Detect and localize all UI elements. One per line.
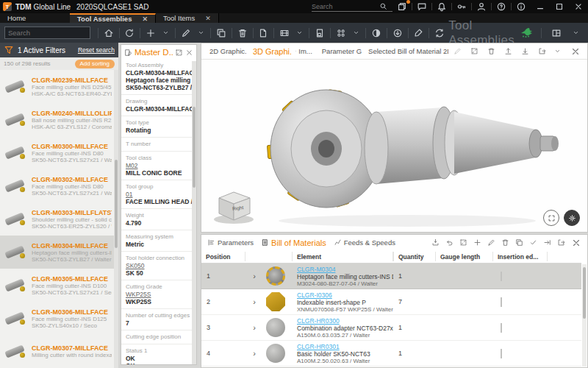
user-icon[interactable] bbox=[472, 0, 491, 13]
chevron-down-icon[interactable] bbox=[292, 23, 307, 43]
move-right-icon[interactable] bbox=[540, 238, 553, 247]
chevron-down-icon[interactable] bbox=[158, 23, 173, 43]
3d-viewport[interactable]: Right bbox=[201, 60, 587, 232]
expand-row-icon[interactable]: › bbox=[245, 323, 263, 332]
upload-icon[interactable] bbox=[501, 47, 516, 55]
column-header[interactable]: Quantity bbox=[393, 252, 436, 261]
tab-images[interactable]: Im... bbox=[293, 47, 315, 55]
tab-parameters[interactable]: Parameters bbox=[205, 238, 256, 247]
view-cube[interactable]: Right bbox=[212, 189, 260, 226]
info-icon[interactable] bbox=[512, 0, 531, 13]
tab-bill-of-materials[interactable]: Bill of Materials bbox=[259, 238, 329, 247]
close-icon[interactable] bbox=[568, 238, 584, 248]
insertion-checkbox[interactable] bbox=[501, 323, 502, 333]
close-icon[interactable] bbox=[185, 49, 193, 57]
field[interactable]: Cutting edge position bbox=[121, 330, 196, 344]
tool-id-link[interactable]: CLGR-M0307-MILLFACE bbox=[32, 344, 112, 352]
list-item[interactable]: CLGR-M0307-MILLFACEMilling cutter with r… bbox=[0, 335, 114, 368]
field-link[interactable]: WKP25S bbox=[126, 291, 192, 298]
element-id-link[interactable]: CLGR-I0306 bbox=[297, 291, 393, 299]
document-icon[interactable] bbox=[254, 23, 272, 43]
download-icon[interactable] bbox=[517, 47, 533, 55]
copy-icon[interactable] bbox=[212, 23, 230, 43]
delete-icon[interactable] bbox=[498, 238, 512, 247]
tool-id-link[interactable]: CLGR-M0305-MILLFACE bbox=[32, 275, 112, 283]
toolbar-search[interactable] bbox=[4, 26, 90, 39]
field-link[interactable]: 01 bbox=[126, 191, 192, 198]
brush-icon[interactable] bbox=[409, 23, 427, 43]
list-item[interactable]: CLGR-M0306-MILLFACEFace milling cutter-I… bbox=[0, 302, 114, 335]
field[interactable]: Cutting GradeWKP25SWKP25S bbox=[121, 280, 196, 308]
column-header[interactable]: Gauge length bbox=[436, 252, 493, 261]
export-icon[interactable] bbox=[554, 238, 567, 247]
list-item[interactable]: CLGR-M0305-MILLFACEFace milling cutter-I… bbox=[0, 269, 114, 302]
master-scrollbar[interactable] bbox=[192, 61, 196, 364]
filter-funnel-icon[interactable] bbox=[4, 45, 14, 55]
copy-icon[interactable] bbox=[512, 238, 526, 247]
maximize-icon[interactable] bbox=[550, 0, 569, 13]
edit-icon[interactable] bbox=[177, 23, 195, 43]
column-header[interactable]: Insertion ed... bbox=[493, 252, 548, 261]
help-icon[interactable] bbox=[492, 0, 511, 13]
element-id-link[interactable]: CLGR-HR0301 bbox=[297, 343, 393, 350]
table-row[interactable]: 2 › CLGR-I0306Indexable insert-shape PXN… bbox=[201, 289, 581, 315]
refresh-icon[interactable] bbox=[121, 23, 138, 43]
table-row-selected[interactable]: 1 › CLGR-M0304Heptagon face milling cutt… bbox=[201, 263, 581, 289]
shelf-icon[interactable] bbox=[276, 23, 293, 43]
expand-row-icon[interactable]: › bbox=[245, 297, 263, 306]
element-id-link[interactable]: CLGR-M0304 bbox=[297, 266, 393, 273]
add-sorting-button[interactable]: Add sorting bbox=[75, 60, 115, 68]
chat-icon[interactable] bbox=[412, 0, 431, 13]
expand-row-icon[interactable]: › bbox=[245, 349, 263, 358]
list-item[interactable]: CLGR-M0303-MILLFLATSTRAI...Shoulder mill… bbox=[0, 202, 114, 236]
field[interactable]: Tool classM02MILL CONIC BORE bbox=[121, 151, 196, 180]
column-header[interactable]: Element bbox=[292, 252, 393, 261]
insertion-checkbox[interactable] bbox=[501, 349, 502, 358]
insertion-checkbox[interactable] bbox=[501, 297, 502, 307]
scrollbar-thumb[interactable] bbox=[115, 160, 118, 248]
tool-id-link[interactable]: CLGR-M0300-MILLFACE bbox=[32, 143, 112, 150]
reset-search-link[interactable]: Reset search bbox=[78, 46, 115, 54]
field[interactable]: Tool holder connectionSK050SK 50 bbox=[121, 251, 196, 280]
field[interactable]: Weight4.790 bbox=[121, 208, 196, 230]
list-item-selected[interactable]: CLGR-M0304-MILLFACEHeptagon face milling… bbox=[0, 236, 114, 269]
table-row[interactable]: 4 › CLGR-HR0301Basic holder SK50-NCT63A1… bbox=[201, 341, 581, 367]
insertion-checkbox[interactable] bbox=[501, 272, 502, 281]
tab-selected-bom-2d[interactable]: Selected Bill of Material 2D Gra... bbox=[363, 47, 448, 55]
document-link-icon[interactable] bbox=[311, 23, 329, 43]
tool-id-link[interactable]: CLGR-M0306-MILLFACE bbox=[32, 308, 108, 316]
expand-icon[interactable] bbox=[175, 49, 183, 57]
close-tab-icon[interactable]: ✕ bbox=[205, 15, 211, 22]
titlebar-search[interactable] bbox=[312, 1, 392, 12]
tool-id-link[interactable]: CLGR-M0240-MILLLOLLIPOP bbox=[32, 110, 112, 117]
field[interactable]: Tool group01FACE MILLING HEAD /INS V bbox=[121, 180, 196, 208]
bell-icon[interactable] bbox=[432, 0, 451, 13]
tool-id-link[interactable]: CLGR-M0304-MILLFACE bbox=[32, 242, 112, 250]
tool-id-link[interactable]: CLGR-M0239-MILLFACE bbox=[32, 77, 112, 84]
close-tab-icon[interactable]: ✕ bbox=[142, 15, 148, 23]
chevron-down-icon[interactable] bbox=[550, 47, 565, 55]
field-link[interactable]: M02 bbox=[126, 162, 192, 169]
windows-badge-icon[interactable] bbox=[392, 0, 412, 13]
export-icon[interactable] bbox=[534, 47, 550, 55]
column-header[interactable]: Position bbox=[201, 252, 245, 261]
tab-home[interactable]: Home bbox=[0, 13, 70, 23]
field-link[interactable]: SK050 bbox=[126, 262, 192, 269]
edit-icon[interactable] bbox=[484, 238, 498, 247]
tab-tool-assemblies[interactable]: Tool Assemblies✕ bbox=[70, 13, 156, 23]
field[interactable]: DrawingCLGR-M0304-MILLFACE bbox=[121, 94, 196, 116]
search-icon[interactable] bbox=[379, 2, 387, 10]
expand-row-icon[interactable]: › bbox=[245, 272, 263, 280]
home-icon[interactable] bbox=[100, 23, 118, 43]
close-icon[interactable] bbox=[567, 46, 584, 57]
import-icon[interactable] bbox=[389, 23, 406, 43]
bom-scrollbar[interactable] bbox=[582, 264, 587, 367]
list-item[interactable]: CLGR-M0302-MILLFACEFace milling cutter-I… bbox=[0, 169, 114, 202]
list-item[interactable]: CLGR-M0240-MILLLOLLIPOPBall nose milling… bbox=[0, 103, 114, 136]
field[interactable]: Tool typeRotating bbox=[121, 116, 196, 137]
chevron-down-icon[interactable] bbox=[348, 23, 364, 43]
field[interactable]: Tool AssemblyCLGR-M0304-MILLFACEHeptagon… bbox=[121, 59, 196, 94]
toolbar-search-input[interactable] bbox=[8, 29, 87, 37]
check-icon[interactable] bbox=[526, 238, 539, 247]
tab-3d-graphic[interactable]: 3D Graphi... bbox=[248, 47, 291, 56]
